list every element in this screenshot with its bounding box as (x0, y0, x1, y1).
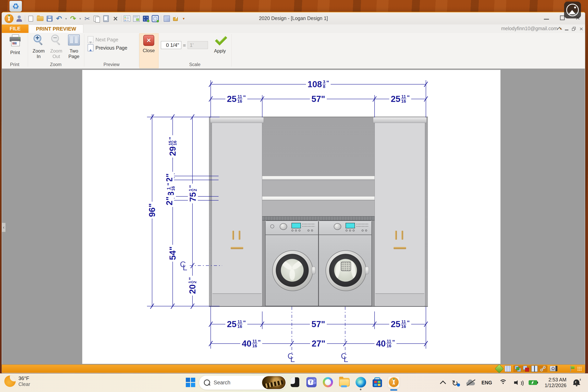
ms-store-icon[interactable] (372, 376, 383, 388)
scale-group-label: Scale (158, 62, 231, 67)
selection-tools-group (513, 365, 548, 372)
autodimension-icon[interactable] (495, 364, 504, 373)
search-highlight-image (262, 376, 286, 389)
design2020-app-icon[interactable] (388, 376, 400, 388)
previous-page-button[interactable]: Previous Page (88, 44, 128, 51)
onedrive-sync-icon[interactable]: ↻ (452, 379, 460, 386)
open-shelf-lower (262, 196, 374, 200)
zoom-out-button[interactable]: Zoom Out (48, 34, 64, 62)
app-status-bar (2, 364, 585, 373)
next-page-button[interactable]: Next Page (88, 36, 118, 43)
snapshot-icon[interactable] (550, 366, 557, 372)
link-icon[interactable] (540, 366, 546, 372)
dryer-door-handle (365, 266, 369, 274)
right-hamper-handle (394, 247, 406, 249)
right-door2-handle (402, 231, 403, 240)
dim-left-cab-width: 251116" (226, 94, 247, 104)
search-label: Search (214, 380, 230, 386)
print-group-label: Print (2, 62, 28, 67)
ribbon-tab-row: FILE PRINT PREVIEW melodyfinn10@gmail.co… (2, 24, 585, 33)
taskbar-search[interactable]: Search (199, 375, 286, 390)
teams-app-icon[interactable]: T (306, 376, 317, 388)
dryer-control-panel (319, 221, 372, 235)
tray-date: 1/12/2026 (545, 382, 566, 388)
wall-band-2 (262, 200, 374, 216)
file-explorer-icon[interactable] (339, 376, 350, 388)
cloud-offline-icon[interactable] (466, 380, 475, 386)
resize-grip[interactable] (577, 366, 582, 371)
dim-total-height: 96" (148, 202, 157, 218)
copilot-app-icon[interactable] (322, 376, 334, 388)
wall-sliver-left (262, 220, 265, 306)
close-preview-button[interactable]: × Close (141, 35, 156, 58)
scale-equals: = (183, 42, 186, 48)
scale-unit-input[interactable]: 1' (188, 41, 208, 49)
active-app-indicator (390, 389, 397, 391)
scale-value-input[interactable]: 0 1/4" (161, 41, 181, 49)
grid-icon[interactable] (505, 366, 511, 372)
two-page-button[interactable]: Two Page (66, 34, 82, 62)
taskbar-weather[interactable]: 36°F Clear (4, 375, 30, 387)
dim-centerline-to-floor: 2012" (188, 276, 198, 295)
open-shelf-upper (262, 176, 374, 180)
tray-language[interactable]: ENG (482, 380, 492, 386)
edge-browser-icon[interactable] (355, 376, 366, 388)
window-minimize-button[interactable] (544, 19, 549, 20)
window-title: 2020 Design - [Logan Design 1] (2, 16, 585, 21)
print-page: 10838" 251116" 57" 251116" 251116" 57" (82, 70, 500, 364)
dim-middle-width: 57" (310, 94, 327, 104)
washer (265, 220, 318, 306)
zoom-in-button[interactable]: Zoom In (31, 34, 46, 62)
washer-door-handle (312, 266, 316, 274)
dim-top-to-centerline: 7512" (188, 184, 198, 203)
wifi-icon[interactable] (499, 380, 508, 386)
weather-temp: 36°F (18, 375, 30, 382)
arrange-icon[interactable] (515, 366, 521, 372)
photos-shortcut-icon[interactable] (564, 2, 581, 18)
ribbon: Print Print Zoom In Zoom Out (2, 33, 585, 69)
dim-right-cab-width: 251116" (389, 94, 411, 104)
expand-icon[interactable] (531, 366, 538, 372)
tab-print-preview[interactable]: PRINT PREVIEW (29, 24, 83, 33)
right-cabinet-toekick (375, 294, 424, 306)
floor-line (209, 306, 428, 307)
mdi-minimize-button[interactable] (565, 30, 568, 30)
left-hamper-handle (231, 247, 243, 249)
tray-chevron-icon[interactable] (440, 380, 446, 386)
mdi-restore-button[interactable] (572, 27, 576, 31)
right-tall-cabinet (374, 122, 425, 306)
weather-moon-icon (4, 376, 16, 387)
preview-canvas: 10838" 251116" 57" 251116" 251116" 57" (2, 68, 585, 365)
recycle-bin-icon[interactable]: ♻ (8, 1, 24, 16)
flag-icon[interactable] (570, 366, 575, 372)
tab-file[interactable]: FILE (2, 24, 28, 33)
window-maximize-button[interactable] (560, 16, 565, 20)
dryer (318, 220, 372, 306)
edge-running-dot (360, 389, 362, 390)
account-email[interactable]: melodyfinn10@gmail.com (501, 26, 558, 31)
widgets-app-icon[interactable] (289, 376, 301, 388)
left-door2-handle (238, 231, 240, 240)
right-door1-handle (395, 231, 397, 240)
apply-button[interactable]: Apply (211, 34, 229, 60)
right-cabinet-crown (373, 117, 427, 123)
dim-overall-width: 10838" (306, 80, 331, 90)
preview-group-label: Preview (84, 62, 139, 67)
dim-top-to-shelf: 291516" (168, 135, 178, 158)
start-button[interactable] (186, 377, 196, 388)
mdi-close-button[interactable]: × (580, 27, 583, 31)
left-cabinet-crown (210, 117, 264, 123)
dim-right-cab-width-bottom: 251116" (389, 319, 411, 329)
tray-clock[interactable]: 2:53 AM 1/12/2026 (545, 377, 566, 388)
print-button[interactable]: Print (8, 34, 22, 58)
countertop (262, 216, 374, 220)
volume-icon[interactable] (514, 380, 522, 386)
dim-middle-width-bottom: 57" (310, 320, 327, 329)
left-pane-toggle[interactable]: ‹ (2, 223, 6, 232)
notification-bell-icon[interactable]: z z (573, 379, 580, 386)
ribbon-collapse-icon[interactable] (557, 27, 562, 32)
dim-left-cab-width-bottom: 251116" (226, 319, 247, 329)
dim-centerline-spacing: 27" (310, 339, 327, 348)
battery-icon[interactable] (528, 380, 538, 385)
overlap-icon[interactable] (523, 366, 529, 372)
